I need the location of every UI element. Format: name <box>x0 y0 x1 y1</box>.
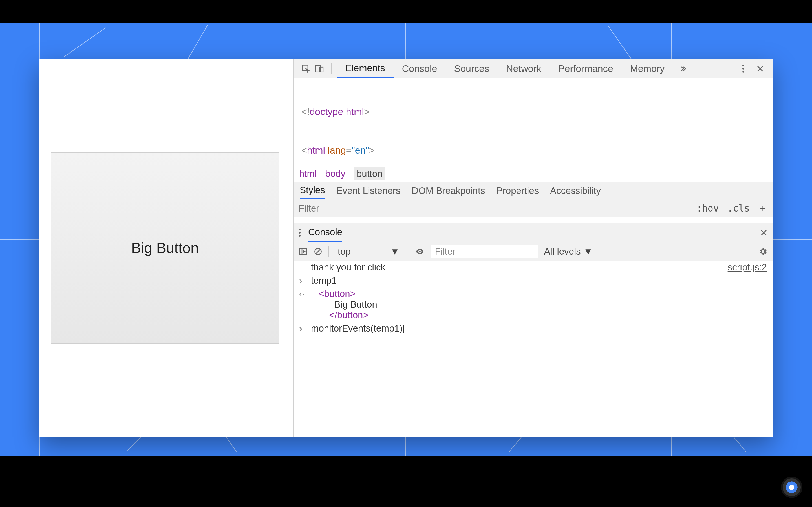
console-log-row: thank you for click script.js:2 <box>294 261 772 274</box>
big-button[interactable]: Big Button <box>51 152 279 344</box>
input-text: monitorEvents(temp1) <box>311 323 403 334</box>
punct: < <box>301 145 307 156</box>
text-cursor: | <box>403 323 405 334</box>
hov-toggle[interactable]: :hov <box>696 203 719 214</box>
punct: = <box>346 145 352 156</box>
devtools-panel: Elements Console Sources Network Perform… <box>293 59 772 437</box>
log-levels-selector[interactable]: All levels ▼ <box>544 246 593 257</box>
filter-placeholder: Filter <box>435 246 456 257</box>
svg-point-5 <box>742 71 744 73</box>
device-toggle-icon[interactable] <box>313 62 326 75</box>
context-label: top <box>338 246 351 257</box>
console-filter-input[interactable]: Filter <box>431 245 538 258</box>
log-message: thank you for click <box>309 262 728 273</box>
gutter <box>299 262 309 273</box>
subtab-styles[interactable]: Styles <box>300 182 325 199</box>
console-result: <button> Big Button </button> <box>309 288 767 321</box>
grid-diag <box>188 25 208 59</box>
tab-network[interactable]: Network <box>498 59 550 78</box>
styles-subtabs: Styles Event Listeners DOM Breakpoints P… <box>294 182 772 200</box>
console-drawer-tab[interactable]: Console <box>308 223 342 242</box>
console-input[interactable]: monitorEvents(temp1)| <box>309 323 767 334</box>
tag: html <box>307 145 325 156</box>
close-devtools-icon[interactable] <box>753 62 767 75</box>
subtab-dom-breakpoints[interactable]: DOM Breakpoints <box>412 185 485 196</box>
show-sidebar-icon[interactable] <box>299 247 308 256</box>
prompt-icon: › <box>299 275 309 286</box>
context-selector[interactable]: top ▼ <box>335 246 402 257</box>
console-settings-icon[interactable] <box>758 247 767 256</box>
separator <box>331 63 332 74</box>
crumb-button[interactable]: button <box>354 167 386 180</box>
styles-filter-row: :hov .cls ＋ <box>294 200 772 217</box>
styles-filter-input[interactable] <box>299 203 688 214</box>
tab-console[interactable]: Console <box>394 59 446 78</box>
attr: lang <box>325 145 346 156</box>
subtab-properties[interactable]: Properties <box>497 185 539 196</box>
grid-line <box>0 456 812 456</box>
punct: <! <box>301 106 310 117</box>
tab-sources[interactable]: Sources <box>446 59 498 78</box>
svg-point-7 <box>299 232 301 233</box>
dom-line-html[interactable]: <html lang="en"> <box>294 144 772 157</box>
tab-memory[interactable]: Memory <box>622 59 673 78</box>
text-node: Big Button <box>335 299 377 309</box>
tag: </button> <box>329 310 368 320</box>
levels-label: All levels <box>544 246 581 257</box>
tab-elements[interactable]: Elements <box>337 59 394 78</box>
breadcrumb: html body button <box>294 166 772 182</box>
punct: > <box>364 106 370 117</box>
kebab-menu-icon[interactable] <box>737 62 750 75</box>
svg-point-11 <box>419 251 421 252</box>
val: "en" <box>352 145 369 156</box>
devtools-tab-bar: Elements Console Sources Network Perform… <box>294 59 772 78</box>
crumb-body[interactable]: body <box>325 168 345 179</box>
stage: Big Button Elements Console Sources Netw… <box>0 0 812 507</box>
svg-point-8 <box>299 235 301 237</box>
subtab-event-listeners[interactable]: Event Listeners <box>336 185 400 196</box>
console-input-row: › temp1 <box>294 274 772 287</box>
subtab-accessibility[interactable]: Accessibility <box>550 185 601 196</box>
grid-diag <box>608 26 633 61</box>
cls-toggle[interactable]: .cls <box>727 203 750 214</box>
result-icon: ‹· <box>299 288 309 321</box>
inspect-icon[interactable] <box>299 62 313 75</box>
console-result-row: ‹· <button> Big Button </button> <box>294 287 772 322</box>
add-rule-icon[interactable]: ＋ <box>758 202 767 215</box>
tab-performance[interactable]: Performance <box>550 59 622 78</box>
console-output[interactable]: thank you for click script.js:2 › temp1 … <box>294 261 772 437</box>
app-window: Big Button Elements Console Sources Netw… <box>40 59 772 437</box>
svg-rect-2 <box>319 67 323 72</box>
punct: > <box>369 145 375 156</box>
separator <box>328 246 329 257</box>
console-toolbar: top ▼ Filter All levels ▼ <box>294 242 772 261</box>
tag: <button> <box>319 288 356 299</box>
grid-line <box>0 22 812 23</box>
clear-console-icon[interactable] <box>314 247 322 256</box>
console-past-input: temp1 <box>309 275 767 286</box>
dom-tree[interactable]: <!doctype html> <html lang="en"> ▶<head>… <box>294 78 772 166</box>
log-source-link[interactable]: script.js:2 <box>728 262 767 273</box>
page-preview: Big Button <box>40 59 293 437</box>
svg-point-6 <box>299 229 301 230</box>
close-drawer-icon[interactable] <box>760 229 767 236</box>
crumb-html[interactable]: html <box>299 168 317 179</box>
chevron-down-icon: ▼ <box>390 246 400 257</box>
chevron-down-icon: ▼ <box>583 246 593 257</box>
chrome-logo-icon <box>783 478 801 496</box>
console-drawer-header: Console <box>294 223 772 242</box>
console-active-input-row[interactable]: › monitorEvents(temp1)| <box>294 322 772 335</box>
svg-rect-1 <box>316 65 320 72</box>
prompt-icon: › <box>299 323 309 334</box>
grid-diag <box>64 27 106 57</box>
kebab-menu-icon[interactable] <box>299 228 301 237</box>
live-expression-icon[interactable] <box>415 247 424 256</box>
svg-point-4 <box>742 68 744 69</box>
svg-point-3 <box>742 65 744 66</box>
doctype: doctype html <box>310 106 364 117</box>
more-tabs-icon[interactable] <box>676 62 690 75</box>
dom-line-doctype[interactable]: <!doctype html> <box>294 105 772 118</box>
